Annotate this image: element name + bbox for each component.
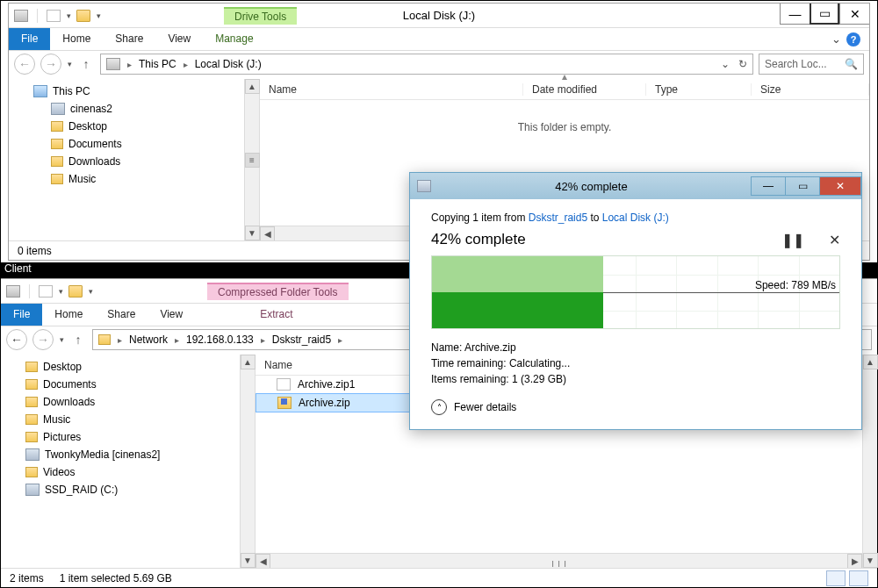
nav-this-pc[interactable]: This PC bbox=[9, 82, 259, 100]
breadcrumb[interactable]: This PC bbox=[139, 58, 176, 70]
pause-button[interactable]: ❚❚ bbox=[781, 232, 804, 248]
quick-access-toolbar: ▾ ▾ bbox=[14, 9, 101, 23]
dropdown-icon[interactable]: ▾ bbox=[59, 287, 63, 296]
nav-label: Downloads bbox=[43, 396, 95, 408]
scroll-down-button[interactable]: ▼ bbox=[863, 553, 878, 568]
address-bar[interactable]: ▸ This PC ▸ Local Disk (J:) ⌄ ↻ bbox=[100, 54, 753, 75]
nav-label: Desktop bbox=[43, 361, 82, 373]
addr-dropdown-icon[interactable]: ⌄ bbox=[721, 58, 730, 70]
nav-item[interactable]: Documents bbox=[1, 376, 255, 393]
scroll-up-button[interactable]: ▲ bbox=[245, 79, 260, 94]
nav-item[interactable]: TwonkyMedia [cinenas2] bbox=[1, 446, 255, 463]
nav-pane[interactable]: This PC cinenas2 Desktop Documents Downl… bbox=[9, 79, 260, 240]
tab-home[interactable]: Home bbox=[50, 28, 103, 50]
nav-item[interactable]: Videos bbox=[1, 463, 255, 481]
chevron-right-icon[interactable]: ▸ bbox=[338, 335, 342, 345]
nav-back-button[interactable] bbox=[6, 329, 27, 350]
folder-icon bbox=[25, 379, 38, 390]
dropdown-icon[interactable]: ▾ bbox=[67, 11, 71, 20]
close-button[interactable]: ✕ bbox=[839, 4, 869, 25]
copy-dest-link[interactable]: Local Disk (J:) bbox=[602, 212, 669, 224]
nav-up-button[interactable] bbox=[69, 331, 87, 348]
nav-item[interactable]: cinenas2 bbox=[9, 100, 259, 118]
breadcrumb[interactable]: Network bbox=[129, 333, 168, 346]
scroll-up-button[interactable]: ▲ bbox=[241, 355, 255, 369]
qat-more-icon[interactable]: ▾ bbox=[89, 287, 93, 296]
tab-manage[interactable]: Manage bbox=[203, 28, 265, 50]
nav-item[interactable]: Desktop bbox=[1, 358, 255, 376]
scroll-up-button[interactable]: ▲ bbox=[863, 355, 878, 369]
newfolder-icon[interactable] bbox=[76, 10, 90, 22]
nav-label: TwonkyMedia [cinenas2] bbox=[45, 448, 160, 461]
col-type[interactable]: Type bbox=[646, 83, 752, 96]
tab-home[interactable]: Home bbox=[42, 304, 95, 326]
nav-history-icon[interactable]: ▾ bbox=[68, 60, 72, 68]
ribbon-collapse-icon[interactable]: ⌄ bbox=[831, 32, 841, 46]
scroll-down-button[interactable]: ▼ bbox=[245, 226, 260, 240]
nav-item[interactable]: Downloads bbox=[1, 393, 255, 411]
chevron-right-icon[interactable]: ▸ bbox=[184, 60, 188, 69]
nav-item[interactable]: Documents bbox=[9, 135, 259, 153]
qat-more-icon[interactable]: ▾ bbox=[97, 11, 101, 20]
col-name[interactable]: Name bbox=[260, 83, 523, 96]
nav-item[interactable]: Music bbox=[9, 170, 259, 188]
scroll-left-button[interactable]: ◀ bbox=[255, 554, 270, 569]
chevron-right-icon[interactable]: ▸ bbox=[118, 335, 122, 345]
breadcrumb[interactable]: Dskstr_raid5 bbox=[272, 333, 331, 346]
tab-file[interactable]: File bbox=[1, 304, 42, 326]
scroll-left-button[interactable]: ◀ bbox=[260, 226, 275, 241]
nav-item[interactable]: Desktop bbox=[9, 118, 259, 135]
nav-history-icon[interactable]: ▾ bbox=[60, 335, 64, 344]
nav-forward-button[interactable] bbox=[40, 54, 61, 75]
search-input[interactable]: Search Loc... 🔍 bbox=[759, 54, 864, 75]
scroll-right-button[interactable]: ▶ bbox=[847, 554, 862, 569]
minimize-button[interactable]: — bbox=[780, 4, 810, 25]
dialog-minimize-button[interactable]: — bbox=[751, 176, 786, 196]
newfolder-icon[interactable] bbox=[68, 285, 83, 298]
tab-share[interactable]: Share bbox=[103, 28, 155, 50]
nav-back-button[interactable] bbox=[14, 54, 35, 75]
tab-extract[interactable]: Extract bbox=[248, 304, 305, 326]
breadcrumb[interactable]: Local Disk (J:) bbox=[195, 58, 262, 70]
view-icons-button[interactable] bbox=[849, 570, 868, 586]
nav-item[interactable]: SSD_RAID (C:) bbox=[1, 481, 255, 498]
titlebar[interactable]: ▾ ▾ Drive Tools Local Disk (J:) — ▭ ✕ bbox=[9, 4, 869, 28]
address-icon bbox=[98, 334, 111, 345]
collapse-handle-icon[interactable]: ▴ bbox=[562, 70, 567, 82]
scroll-down-button[interactable]: ▼ bbox=[241, 553, 255, 568]
breadcrumb[interactable]: 192.168.0.133 bbox=[186, 333, 254, 346]
properties-icon[interactable] bbox=[39, 285, 53, 298]
dialog-close-button[interactable]: ✕ bbox=[819, 176, 861, 196]
view-details-button[interactable] bbox=[826, 570, 846, 586]
nav-pane[interactable]: Desktop Documents Downloads Music Pictur… bbox=[1, 355, 255, 568]
device-icon bbox=[25, 448, 40, 461]
refresh-icon[interactable]: ↻ bbox=[738, 58, 747, 70]
nav-item[interactable]: Pictures bbox=[1, 428, 255, 446]
properties-icon[interactable] bbox=[47, 10, 61, 22]
copy-source-link[interactable]: Dskstr_raid5 bbox=[529, 212, 587, 224]
chevron-right-icon[interactable]: ▸ bbox=[175, 335, 179, 345]
nav-item[interactable]: Downloads bbox=[9, 153, 259, 170]
dialog-maximize-button[interactable]: ▭ bbox=[785, 176, 820, 196]
scroll-thumb[interactable]: ≡ bbox=[245, 153, 260, 168]
tab-share[interactable]: Share bbox=[95, 304, 148, 326]
dialog-titlebar[interactable]: 42% complete — ▭ ✕ bbox=[410, 173, 861, 199]
drive-icon bbox=[51, 103, 65, 115]
chevron-right-icon[interactable]: ▸ bbox=[127, 60, 132, 69]
speed-readout: Speed: 789 MB/s bbox=[755, 279, 836, 291]
nav-forward-button[interactable] bbox=[32, 329, 54, 350]
tab-view[interactable]: View bbox=[148, 304, 195, 326]
help-icon[interactable]: ? bbox=[846, 32, 860, 47]
cancel-button[interactable]: ✕ bbox=[829, 232, 840, 248]
col-date[interactable]: Date modified bbox=[523, 83, 646, 96]
nav-item[interactable]: Music bbox=[1, 411, 255, 428]
maximize-button[interactable]: ▭ bbox=[810, 4, 839, 25]
progress-fill-top bbox=[432, 256, 603, 292]
col-size[interactable]: Size bbox=[752, 83, 869, 96]
fewer-details-toggle[interactable]: ˄ Fewer details bbox=[431, 399, 840, 415]
tab-view[interactable]: View bbox=[155, 28, 203, 50]
tab-file[interactable]: File bbox=[9, 28, 50, 50]
nav-up-button[interactable] bbox=[77, 55, 95, 73]
scroll-track[interactable]: ╷╷╷ bbox=[270, 555, 847, 567]
chevron-right-icon[interactable]: ▸ bbox=[261, 335, 265, 345]
